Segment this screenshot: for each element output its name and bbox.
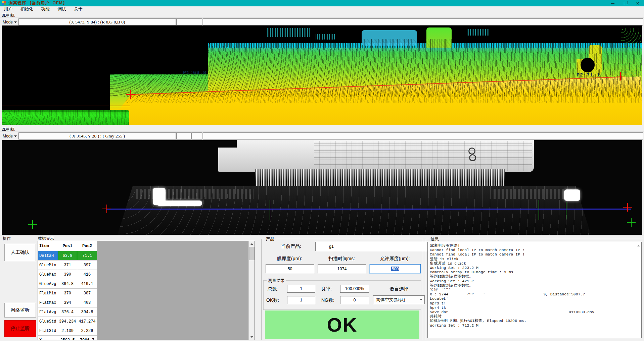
scroll-up-button[interactable]	[636, 243, 641, 248]
measurement-table[interactable]: ItemPos1Pos2 DeltaH63.871.1GlueMin371397…	[38, 241, 255, 340]
redaction-smudge	[470, 280, 489, 290]
table-row[interactable]: GlueAvg394.8419.1	[38, 279, 97, 289]
p2-measurement-label: P2:71.1	[577, 72, 600, 78]
status-cell	[203, 132, 643, 139]
scan-time-label: 扫描时间ms:	[318, 256, 366, 262]
noise-overlay	[107, 39, 642, 97]
cell-pos2: 397	[77, 261, 97, 270]
title-bar: 测高程序 【当前用户: OEM】 ×	[0, 0, 644, 6]
divider	[0, 235, 644, 235]
table-row[interactable]: GlueStd394.234417.274	[38, 317, 97, 326]
close-button[interactable]: ×	[633, 1, 643, 6]
table-row[interactable]: FlatStd2.1392.229	[38, 326, 97, 336]
table-row[interactable]: GlueMax390416	[38, 270, 97, 279]
cell-pos2: 417.274	[77, 317, 97, 326]
total-input[interactable]: 1	[287, 285, 315, 293]
measurement-baseline	[106, 209, 631, 210]
cell-pos2: 71.1	[77, 251, 97, 261]
solder-highlight	[564, 189, 580, 201]
camera3d-viewport[interactable]: P1:63.8 P2:71.1	[2, 25, 642, 125]
cell-pos2: 394.8	[77, 307, 97, 317]
crosshair-marker-p2	[616, 72, 625, 80]
film-thickness-label: 膜厚度(µm):	[266, 256, 314, 262]
film-thickness-input[interactable]: 50	[266, 264, 314, 273]
solder-highlight	[157, 201, 202, 206]
menu-item[interactable]: 调试	[54, 6, 70, 12]
minimize-button[interactable]	[608, 1, 618, 6]
table-row[interactable]: X2503.57066.7	[38, 336, 97, 340]
cell-item: GlueMax	[38, 270, 58, 279]
yield-label: 良率:	[321, 286, 332, 292]
cell-pos1: 371	[58, 261, 77, 270]
status-cell	[176, 132, 191, 139]
table-header-row: ItemPos1Pos2	[38, 241, 97, 251]
redaction-smudge	[480, 304, 598, 311]
scrollbar-thumb[interactable]	[249, 247, 255, 260]
camera2d-toolbar: Mode ( X 3145, Y 28 ) : ( Gray 255 )	[0, 131, 644, 140]
cell-item: GlueAvg	[38, 279, 58, 289]
mode-dropdown-2d[interactable]: Mode	[1, 132, 18, 140]
menu-item[interactable]: 初始化	[16, 6, 37, 12]
noise-overlay	[118, 186, 591, 235]
current-product-input[interactable]: g1	[315, 242, 435, 251]
redaction-smudge	[316, 242, 328, 250]
cell-pos2: 416	[77, 270, 97, 279]
yield-input[interactable]: 100.000%	[340, 285, 369, 293]
operation-label: 操作	[3, 236, 11, 241]
green-tick	[270, 200, 270, 220]
ng-count-label: NG数:	[321, 297, 334, 303]
menu-item[interactable]: 用户	[0, 6, 16, 12]
table-scrollbar[interactable]	[248, 241, 255, 340]
menu-item[interactable]: 关于	[70, 6, 87, 12]
fpc-board-notch	[218, 140, 237, 148]
trace-loop	[469, 154, 476, 161]
table-row[interactable]: FlatMax394403	[38, 298, 97, 307]
table-row[interactable]: GlueMin371397	[38, 261, 97, 270]
camera2d-viewport[interactable]	[2, 140, 642, 235]
cell-item: FlatStd	[38, 326, 58, 336]
p1-measurement-label: P1:63.8	[183, 70, 206, 76]
cell-pos1: 2.139	[58, 326, 77, 336]
allow-thickness-input[interactable]: 500	[370, 264, 421, 273]
scan-time-input[interactable]: 1074	[318, 264, 366, 273]
table-row[interactable]: DeltaH63.871.1	[38, 251, 97, 261]
cell-item: X	[38, 336, 58, 340]
scroll-up-button[interactable]	[249, 241, 255, 246]
cell-pos2: 419.1	[77, 279, 97, 289]
table-header-cell[interactable]: Pos2	[77, 241, 97, 251]
table-row[interactable]: FlatAvg376.4394.8	[38, 307, 97, 317]
language-select[interactable]: 简体中文(默认)	[373, 295, 425, 304]
mode-dropdown-3d[interactable]: Mode	[1, 18, 18, 26]
info-log-text: 3D相机没有网络! Cannot find local IP to match …	[430, 243, 635, 328]
green-tick	[539, 200, 539, 220]
network-listen-button[interactable]: 网络监听	[4, 303, 36, 318]
menu-bar: 用户初始化功能调试关于	[0, 6, 644, 12]
chevron-down-icon	[14, 21, 17, 23]
ng-count-input[interactable]: 0	[340, 296, 369, 304]
scroll-down-button[interactable]	[249, 334, 255, 340]
menu-item[interactable]: 功能	[37, 6, 54, 12]
stop-listen-button[interactable]: 停止监听	[4, 320, 36, 337]
cell-pos1: 390	[58, 270, 77, 279]
status-cell	[176, 18, 202, 25]
chevron-down-icon	[14, 135, 17, 137]
window-title: 测高程序 【当前用户: OEM】	[9, 0, 67, 6]
table-header-cell[interactable]: Pos1	[58, 241, 77, 251]
table-header-cell[interactable]: Item	[38, 241, 58, 251]
cell-pos1: 394.8	[58, 279, 77, 289]
ok-count-label: OK数:	[266, 297, 279, 303]
selected-text: 500	[391, 267, 400, 271]
table-row[interactable]: FlatMin370387	[38, 289, 97, 298]
cell-pos2: 403	[77, 298, 97, 307]
crosshair-marker-green-left	[28, 220, 37, 229]
ok-count-input[interactable]: 1	[287, 296, 315, 304]
connector-housing	[118, 186, 591, 235]
product-label: 产品	[265, 236, 276, 242]
cell-pos2: 7066.7	[77, 336, 97, 340]
crosshair-marker-right	[623, 203, 632, 212]
manual-confirm-button[interactable]: 人工确认	[4, 244, 36, 261]
pixel-readout-2d: ( X 3145, Y 28 ) : ( Gray 255 )	[18, 132, 176, 139]
cell-pos1: 394.234	[58, 317, 77, 326]
cell-item: FlatAvg	[38, 307, 58, 317]
maximize-button[interactable]	[620, 1, 631, 6]
